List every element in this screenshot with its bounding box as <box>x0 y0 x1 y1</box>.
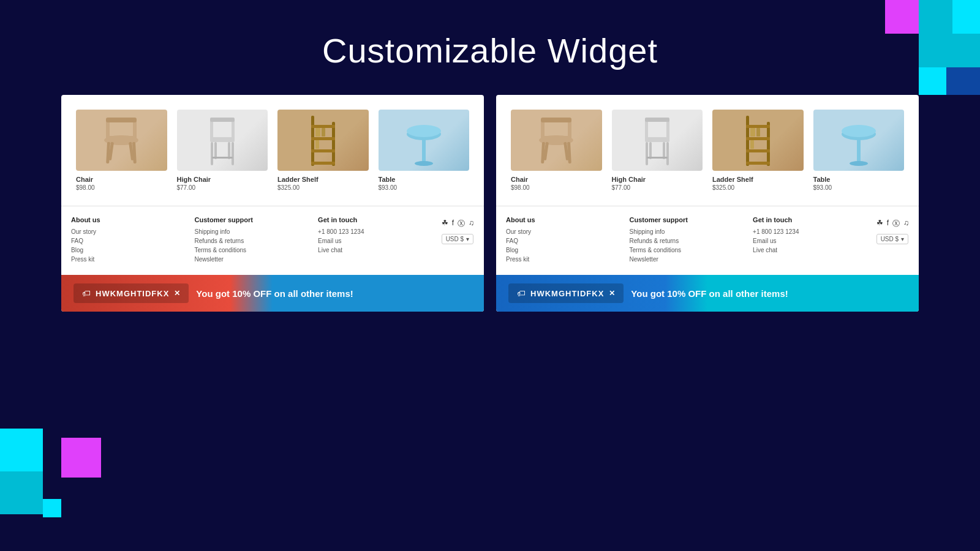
footer-about-links-red: Our story FAQ Blog Press kit <box>71 228 185 263</box>
about-link-2-red[interactable]: FAQ <box>71 238 185 244</box>
footer-support-links-red: Shipping info Refunds & returns Terms & … <box>195 228 309 263</box>
instagram-icon-red[interactable]: ☘ <box>442 219 448 229</box>
promo-message-red: You got 10% OFF on all other items! <box>196 288 472 299</box>
about-link-1-red[interactable]: Our story <box>71 228 185 235</box>
footer-about-blue: About us Our story FAQ Blog Press kit <box>506 216 620 265</box>
product-highchair-blue[interactable]: High Chair $77.00 <box>607 105 708 196</box>
svg-rect-51 <box>746 125 770 128</box>
deco-bl-cyan <box>0 429 43 471</box>
promo-close-blue[interactable]: ✕ <box>609 289 615 298</box>
chair-price-blue: $98.00 <box>511 184 602 191</box>
shelf-name-red: Ladder Shelf <box>277 176 369 183</box>
support-link-2-red[interactable]: Refunds & returns <box>195 238 309 244</box>
table-name-blue: Table <box>813 176 905 183</box>
footer-about-links-blue: Our story FAQ Blog Press kit <box>506 228 620 263</box>
tiktok-icon-red[interactable]: ♫ <box>469 219 474 229</box>
product-table-blue[interactable]: Table $93.00 <box>809 105 910 196</box>
deco-bl-teal <box>0 471 43 514</box>
currency-label-red: USD $ <box>446 236 464 242</box>
highchair-svg-blue <box>636 113 679 168</box>
about-link-4-red[interactable]: Press kit <box>71 256 185 263</box>
table-image-blue <box>813 110 905 171</box>
product-shelf-red[interactable]: Ladder Shelf $325.00 <box>273 105 374 196</box>
svg-rect-16 <box>228 142 230 159</box>
highchair-name-red: High Chair <box>177 176 268 183</box>
promo-banner-blue: 🏷 HWKMGHTIDFKX ✕ You got 10% OFF on all … <box>496 275 919 312</box>
chair-price-red: $98.00 <box>76 184 167 191</box>
pinterest-icon-red[interactable]: Ⓧ <box>458 219 465 229</box>
svg-rect-13 <box>211 142 213 165</box>
footer-about-heading-red: About us <box>71 216 185 223</box>
about-link-2-blue[interactable]: FAQ <box>506 238 620 244</box>
support-link-1-red[interactable]: Shipping info <box>195 228 309 235</box>
support-link-2-blue[interactable]: Refunds & returns <box>630 238 744 244</box>
footer-about-heading-blue: About us <box>506 216 620 223</box>
svg-rect-60 <box>857 137 861 165</box>
svg-rect-32 <box>541 136 571 142</box>
svg-rect-4 <box>106 118 137 122</box>
footer-email-blue[interactable]: Email us <box>753 238 867 244</box>
product-chair-blue[interactable]: Chair $98.00 <box>506 105 607 196</box>
footer-email-red[interactable]: Email us <box>318 238 432 244</box>
deco-tr-cyan3 <box>919 67 946 95</box>
table-name-red: Table <box>379 176 470 183</box>
svg-rect-46 <box>649 142 652 159</box>
deco-tr-magenta <box>885 0 919 34</box>
promo-message-blue: You got 10% OFF on all other items! <box>631 288 907 299</box>
svg-rect-55 <box>750 128 755 137</box>
svg-rect-17 <box>212 157 233 159</box>
highchair-price-red: $77.00 <box>177 184 268 191</box>
footer-contact-heading-blue: Get in touch <box>753 216 867 223</box>
svg-rect-41 <box>645 119 648 140</box>
svg-rect-11 <box>232 119 235 140</box>
svg-rect-53 <box>746 149 770 152</box>
svg-rect-20 <box>311 125 335 128</box>
deco-bl-cyan2 <box>43 499 61 517</box>
about-link-3-red[interactable]: Blog <box>71 247 185 253</box>
instagram-icon-blue[interactable]: ☘ <box>876 219 883 229</box>
facebook-icon-red[interactable]: f <box>452 219 454 229</box>
svg-rect-22 <box>311 149 335 152</box>
footer-chat-red[interactable]: Live chat <box>318 247 432 253</box>
footer-right-red: ☘ f Ⓧ ♫ USD $ ▾ <box>442 216 474 265</box>
pinterest-icon-blue[interactable]: Ⓧ <box>892 219 900 229</box>
about-link-3-blue[interactable]: Blog <box>506 247 620 253</box>
promo-close-red[interactable]: ✕ <box>174 289 180 298</box>
support-link-3-blue[interactable]: Terms & conditions <box>630 247 744 253</box>
table-price-red: $93.00 <box>379 184 470 191</box>
support-link-1-blue[interactable]: Shipping info <box>630 228 744 235</box>
footer-contact-red: Get in touch +1 800 123 1234 Email us Li… <box>318 216 432 265</box>
product-table-red[interactable]: Table $93.00 <box>374 105 475 196</box>
svg-rect-18 <box>311 116 314 166</box>
currency-select-blue[interactable]: USD $ ▾ <box>876 234 908 244</box>
support-link-4-blue[interactable]: Newsletter <box>630 256 744 263</box>
products-grid-blue: Chair $98.00 <box>496 95 919 206</box>
support-link-3-red[interactable]: Terms & conditions <box>195 247 309 253</box>
product-highchair-red[interactable]: High Chair $77.00 <box>172 105 273 196</box>
deco-bl-magenta <box>61 438 101 478</box>
footer-support-blue: Customer support Shipping info Refunds &… <box>630 216 744 265</box>
tiktok-icon-blue[interactable]: ♫ <box>903 219 909 229</box>
footer-blue: About us Our story FAQ Blog Press kit Cu… <box>496 206 919 275</box>
svg-rect-52 <box>746 137 770 140</box>
support-link-4-red[interactable]: Newsletter <box>195 256 309 263</box>
svg-rect-57 <box>750 140 754 149</box>
chair-image-blue <box>511 110 602 171</box>
about-link-4-blue[interactable]: Press kit <box>506 256 620 263</box>
product-chair-red[interactable]: Chair $98.00 <box>71 105 172 196</box>
svg-rect-44 <box>646 142 648 165</box>
about-link-1-blue[interactable]: Our story <box>506 228 620 235</box>
currency-select-red[interactable]: USD $ ▾ <box>442 234 473 244</box>
facebook-icon-blue[interactable]: f <box>887 219 889 229</box>
highchair-image-blue <box>612 110 703 171</box>
svg-rect-9 <box>210 137 235 142</box>
promo-tag-icon-blue: 🏷 <box>517 288 526 298</box>
footer-chat-blue[interactable]: Live chat <box>753 247 867 253</box>
product-shelf-blue[interactable]: Ladder Shelf $325.00 <box>707 105 809 196</box>
shelf-image-red <box>277 110 369 171</box>
svg-rect-19 <box>332 122 335 166</box>
svg-rect-24 <box>315 128 320 137</box>
footer-phone-red: +1 800 123 1234 <box>318 228 432 235</box>
promo-banner-red: 🏷 HWKMGHTIDFKX ✕ You got 10% OFF on all … <box>61 275 484 312</box>
svg-rect-21 <box>311 137 335 140</box>
